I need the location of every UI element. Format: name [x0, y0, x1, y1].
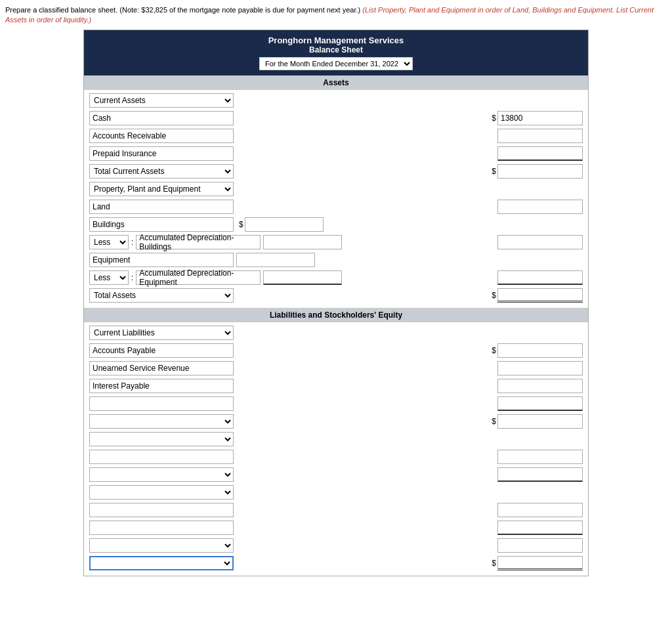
report-title: Balance Sheet	[87, 45, 585, 54]
final-total-input[interactable]	[497, 556, 583, 570]
land-label: Land	[89, 200, 234, 214]
buildings-net-input[interactable]	[497, 235, 583, 249]
current-liabilities-dropdown[interactable]: Current Liabilities	[89, 326, 234, 340]
interest-payable-input[interactable]	[497, 379, 583, 393]
accounts-receivable-row: Accounts Receivable	[89, 128, 583, 144]
equipment-net-input[interactable]	[497, 270, 583, 285]
liabilities-section-header: Liabilities and Stockholders' Equity	[84, 308, 588, 322]
cash-dollar: $	[492, 114, 496, 123]
accum-dep-buildings-label: Accumulated Depreciation-Buildings	[136, 235, 261, 249]
blank-input-1[interactable]	[497, 396, 583, 411]
interest-payable-row: Interest Payable	[89, 378, 583, 394]
blank-input-3[interactable]	[497, 503, 583, 517]
dropdown-total-row5[interactable]	[89, 538, 583, 553]
section-dropdown-5[interactable]	[89, 538, 234, 553]
cash-row: Cash $	[89, 110, 583, 126]
buildings-label: Buildings	[89, 217, 234, 232]
section-dropdown-3[interactable]	[89, 467, 234, 482]
dropdown-total-row3[interactable]	[89, 467, 583, 482]
blank-input-4[interactable]	[497, 521, 583, 535]
ppe-dropdown[interactable]: Property, Plant and Equipment	[89, 182, 234, 196]
final-total-row[interactable]: $	[89, 555, 583, 571]
assets-body: Current Assets Cash $ Accounts Receivabl…	[84, 90, 588, 308]
accounts-payable-label: Accounts Payable	[89, 343, 234, 358]
equipment-label: Equipment	[89, 253, 234, 267]
ppe-row[interactable]: Property, Plant and Equipment	[89, 181, 583, 197]
accounts-receivable-input[interactable]	[497, 129, 583, 143]
buildings-dollar: $	[239, 220, 243, 229]
equipment-row: Equipment	[89, 252, 583, 268]
dropdown-row4[interactable]	[89, 484, 583, 500]
less-equipment-dropdown[interactable]: Less	[89, 270, 129, 285]
prepaid-insurance-input[interactable]	[497, 146, 583, 161]
current-assets-dropdown[interactable]: Current Assets	[89, 93, 234, 108]
dropdown-row2[interactable]	[89, 431, 583, 447]
total-input-5[interactable]	[497, 538, 583, 553]
cash-label: Cash	[89, 111, 234, 125]
buildings-input[interactable]	[245, 217, 324, 232]
unearned-service-revenue-row: Unearned Service Revenue	[89, 360, 583, 376]
accounts-payable-row: Accounts Payable $	[89, 343, 583, 358]
accum-dep-equipment-input[interactable]	[263, 270, 342, 285]
prepaid-insurance-label: Prepaid Insurance	[89, 146, 234, 161]
blank-liability-row1	[89, 396, 583, 412]
total-assets-row[interactable]: Total Assets $	[89, 288, 583, 303]
blank-input-2[interactable]	[497, 450, 583, 464]
accounts-receivable-label: Accounts Receivable	[89, 129, 234, 143]
sheet-header: Pronghorn Management Services Balance Sh…	[84, 30, 588, 75]
total-assets-dropdown[interactable]: Total Assets	[89, 288, 234, 303]
date-row[interactable]: For the Month Ended December 31, 2022	[87, 57, 585, 70]
blank-label-2	[89, 450, 234, 464]
blank-label-3	[89, 503, 234, 517]
accum-dep-equipment-row: Less : Accumulated Depreciation-Equipmen…	[89, 270, 583, 286]
blank-label-row2	[89, 449, 583, 465]
total-current-liabilities-dropdown[interactable]	[89, 414, 234, 429]
section-dropdown-4[interactable]	[89, 485, 234, 500]
land-input[interactable]	[497, 200, 583, 214]
buildings-row: Buildings $	[89, 217, 583, 232]
blank-label-4	[89, 521, 234, 535]
total-current-liabilities-row[interactable]: $	[89, 414, 583, 429]
prepaid-insurance-row: Prepaid Insurance	[89, 146, 583, 161]
unearned-service-revenue-label: Unearned Service Revenue	[89, 361, 234, 375]
ta-dollar: $	[492, 291, 496, 300]
equipment-input[interactable]	[236, 253, 315, 267]
total-current-assets-input[interactable]	[497, 164, 583, 179]
tca-dollar: $	[492, 167, 496, 176]
blank-label-1	[89, 396, 234, 411]
final-dropdown[interactable]	[89, 556, 234, 570]
current-assets-row[interactable]: Current Assets	[89, 93, 583, 108]
accounts-payable-input[interactable]	[497, 343, 583, 358]
total-current-assets-row[interactable]: Total Current Assets $	[89, 163, 583, 179]
total-input-3[interactable]	[497, 467, 583, 482]
company-name: Pronghorn Management Services	[87, 35, 585, 45]
less-buildings-dropdown[interactable]: Less	[89, 235, 129, 249]
total-current-liabilities-input[interactable]	[497, 414, 583, 429]
accum-dep-buildings-row: Less : Accumulated Depreciation-Building…	[89, 234, 583, 250]
liabilities-body: Current Liabilities Accounts Payable $ U…	[84, 322, 588, 576]
ap-dollar: $	[492, 346, 496, 355]
blank-pair-row2	[89, 520, 583, 536]
land-row: Land	[89, 199, 583, 215]
interest-payable-label: Interest Payable	[89, 379, 234, 393]
date-select[interactable]: For the Month Ended December 31, 2022	[259, 57, 413, 70]
total-current-assets-dropdown[interactable]: Total Current Assets	[89, 164, 234, 179]
accum-dep-buildings-input[interactable]	[263, 235, 342, 249]
balance-sheet-container: Pronghorn Management Services Balance Sh…	[83, 30, 589, 576]
section-dropdown-2[interactable]	[89, 432, 234, 446]
current-liabilities-row[interactable]: Current Liabilities	[89, 325, 583, 341]
unearned-service-revenue-input[interactable]	[497, 361, 583, 375]
accum-dep-equipment-label: Accumulated Depreciation-Equipment	[136, 270, 261, 285]
total-assets-input[interactable]	[497, 288, 583, 303]
cash-input[interactable]	[497, 111, 583, 125]
instruction-text: Prepare a classified balance sheet. (Not…	[5, 5, 667, 26]
assets-section-header: Assets	[84, 75, 588, 90]
blank-pair-row1	[89, 502, 583, 518]
